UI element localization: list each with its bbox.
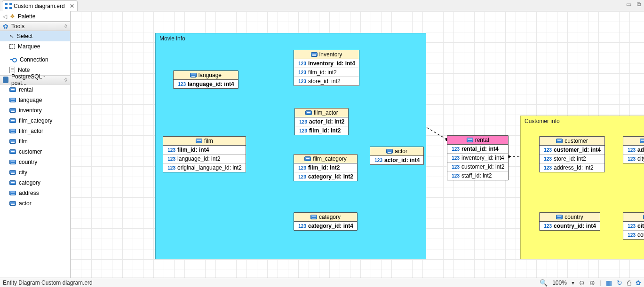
tab-bar: Custom diagram.erd ✕ ▭ ⧉ (0, 0, 644, 11)
sidebar-table-city[interactable]: city (0, 167, 70, 178)
sidebar-table-address[interactable]: address (0, 188, 70, 198)
zoom-minus-icon[interactable]: ⊖ (579, 279, 585, 287)
column-language_id: 123language_id: int4 (174, 80, 238, 88)
table-icon (9, 139, 16, 144)
datatype-icon: 123 (298, 79, 306, 84)
tool-marquee[interactable]: Marquee (0, 41, 70, 52)
status-bar: Entity Diagram Custom diagram.erd 🔍 100%… (0, 278, 644, 287)
datatype-icon: 123 (543, 165, 552, 171)
minimize-icon[interactable]: ▭ (626, 1, 631, 8)
back-icon[interactable]: ◁ (3, 13, 7, 20)
print-icon[interactable]: ⎙ (627, 279, 631, 287)
entity-film_category[interactable]: film_category123film_id: int2123category… (294, 154, 358, 181)
select-label: Select (17, 33, 32, 39)
column-film_id: 123film_id: int4 (163, 146, 246, 154)
sidebar-table-rental[interactable]: rental (0, 85, 70, 95)
table-label: film_actor (19, 128, 43, 134)
sidebar-table-customer[interactable]: customer (0, 147, 70, 157)
sidebar-table-language[interactable]: language (0, 95, 70, 105)
datatype-icon: 123 (298, 165, 306, 171)
zoom-value: 100% (552, 279, 567, 286)
marquee-label: Marquee (18, 43, 40, 50)
table-label: film (19, 138, 28, 145)
entity-title: rental (447, 136, 508, 145)
table-icon (9, 170, 16, 175)
layout-icon[interactable]: ▦ (606, 279, 612, 287)
column-category_id: 123category_id: int4 (294, 222, 357, 230)
entity-film[interactable]: film123film_id: int4123language_id: int2… (163, 136, 246, 172)
table-label: actor (19, 200, 32, 207)
close-icon[interactable]: ✕ (70, 3, 74, 9)
database-icon (3, 77, 8, 83)
sidebar-table-film_category[interactable]: film_category (0, 116, 70, 126)
table-label: country (19, 159, 37, 165)
diagram-canvas[interactable]: Movie infoCustomer infolanguage123langua… (71, 11, 644, 278)
zoom-plus-icon[interactable]: ⊕ (589, 279, 595, 287)
datatype-icon: 123 (451, 164, 460, 170)
zoom-dropdown-icon[interactable]: ▾ (572, 279, 574, 286)
section-tools[interactable]: ✿ Tools ◊ (0, 22, 70, 31)
datatype-icon: 123 (627, 224, 636, 229)
table-icon (310, 215, 317, 219)
chevron-icon: ◊ (64, 23, 67, 30)
table-icon (386, 149, 393, 154)
entity-city[interactable]: city123city_id: int4123country_id: int2 (623, 212, 644, 240)
table-icon (9, 160, 16, 164)
entity-title: language (174, 71, 238, 80)
tool-select[interactable]: ↖ Select (0, 31, 70, 41)
table-icon (467, 138, 473, 142)
entity-title: customer (540, 137, 604, 146)
column-country_id: 123country_id: int2 (623, 230, 644, 239)
refresh-icon[interactable]: ↻ (617, 279, 622, 287)
section-datasource[interactable]: PostgreSQL - post... ◊ (0, 75, 70, 85)
table-label: address (19, 190, 39, 196)
table-label: rental (19, 86, 33, 93)
maximize-icon[interactable]: ⧉ (637, 1, 641, 8)
table-icon (9, 129, 16, 133)
entity-film_actor[interactable]: film_actor123actor_id: int2123film_id: i… (294, 108, 349, 135)
table-icon (640, 139, 644, 143)
zoom-out-icon[interactable]: 🔍 (540, 279, 548, 287)
gear-icon: ✿ (3, 23, 8, 30)
column-language_id: 123language_id: int2 (163, 154, 246, 163)
entity-title: category (294, 213, 357, 222)
sidebar-table-inventory[interactable]: inventory (0, 105, 70, 116)
entity-customer[interactable]: customer123customer_id: int4123store_id:… (539, 136, 605, 172)
entity-inventory[interactable]: inventory123inventory_id: int4123film_id… (294, 50, 359, 86)
datatype-icon: 123 (543, 224, 552, 229)
sidebar-table-country[interactable]: country (0, 157, 70, 167)
note-icon (9, 67, 15, 73)
entity-language[interactable]: language123language_id: int4 (173, 70, 239, 89)
entity-actor[interactable]: actor123actor_id: int4 (370, 147, 424, 165)
column-original_language_id: 123original_language_id: int2 (163, 163, 246, 172)
datatype-icon: 123 (374, 158, 382, 163)
tool-connection[interactable]: Connection (0, 54, 70, 65)
tab-custom-diagram[interactable]: Custom diagram.erd ✕ (2, 0, 78, 11)
column-category_id: 123category_id: int2 (294, 172, 357, 181)
entity-address[interactable]: address123address_id: int4123city_id: in… (623, 136, 644, 163)
sidebar-table-film_actor[interactable]: film_actor (0, 126, 70, 136)
marquee-icon (9, 44, 15, 49)
sidebar-table-category[interactable]: category (0, 178, 70, 188)
column-film_id: 123film_id: int2 (294, 68, 359, 77)
table-label: category (19, 179, 40, 186)
note-label: Note (18, 67, 30, 73)
datatype-icon: 123 (298, 174, 306, 179)
status-text: Entity Diagram Custom diagram.erd (3, 279, 93, 286)
datatype-icon: 123 (627, 233, 636, 238)
entity-title: film_category (294, 155, 357, 163)
table-label: language (19, 97, 42, 103)
table-icon (9, 191, 16, 195)
table-icon (196, 139, 202, 143)
sidebar-table-film[interactable]: film (0, 136, 70, 147)
column-inventory_id: 123inventory_id: int4 (447, 153, 508, 162)
table-icon (304, 156, 311, 161)
entity-rental[interactable]: rental123rental_id: int4123inventory_id:… (447, 135, 509, 180)
entity-country[interactable]: country123country_id: int4 (539, 212, 600, 231)
table-icon (9, 149, 16, 154)
entity-category[interactable]: category123category_id: int4 (294, 212, 358, 231)
table-icon (9, 108, 16, 113)
column-country_id: 123country_id: int4 (540, 222, 600, 230)
sidebar-table-actor[interactable]: actor (0, 198, 70, 209)
settings-icon[interactable]: ✿ (636, 279, 641, 287)
